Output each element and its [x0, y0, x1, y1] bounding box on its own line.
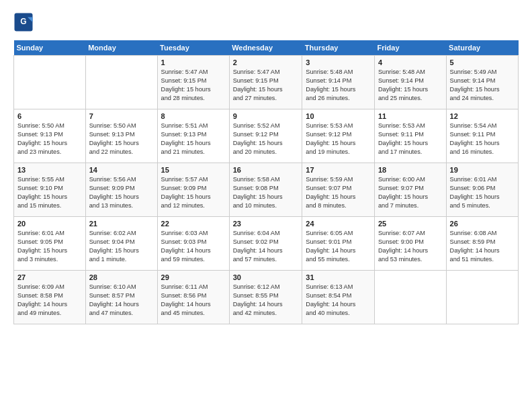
day-number: 17 — [306, 166, 371, 174]
day-number: 13 — [17, 166, 82, 174]
calendar-table: SundayMondayTuesdayWednesdayThursdayFrid… — [13, 40, 519, 324]
calendar-cell: 13Sunrise: 5:55 AM Sunset: 9:10 PM Dayli… — [14, 163, 86, 217]
calendar-cell: 14Sunrise: 5:56 AM Sunset: 9:09 PM Dayli… — [85, 163, 157, 217]
day-number: 22 — [161, 220, 226, 228]
day-info: Sunrise: 6:09 AM Sunset: 8:58 PM Dayligh… — [17, 283, 82, 318]
day-info: Sunrise: 6:01 AM Sunset: 9:06 PM Dayligh… — [450, 175, 515, 210]
calendar-cell: 12Sunrise: 5:54 AM Sunset: 9:11 PM Dayli… — [446, 109, 518, 163]
week-row-2: 6Sunrise: 5:50 AM Sunset: 9:13 PM Daylig… — [14, 109, 519, 163]
day-info: Sunrise: 5:58 AM Sunset: 9:08 PM Dayligh… — [233, 175, 299, 210]
calendar-cell: 24Sunrise: 6:05 AM Sunset: 9:01 PM Dayli… — [302, 217, 375, 271]
day-number: 19 — [450, 166, 515, 174]
day-info: Sunrise: 5:48 AM Sunset: 9:14 PM Dayligh… — [378, 68, 443, 103]
calendar-cell: 25Sunrise: 6:07 AM Sunset: 9:00 PM Dayli… — [374, 217, 446, 271]
day-number: 31 — [306, 273, 371, 281]
day-number: 2 — [233, 58, 299, 66]
day-info: Sunrise: 5:47 AM Sunset: 9:15 PM Dayligh… — [161, 68, 226, 103]
day-number: 10 — [306, 112, 371, 120]
day-info: Sunrise: 6:01 AM Sunset: 9:05 PM Dayligh… — [17, 229, 82, 264]
calendar-cell: 4Sunrise: 5:48 AM Sunset: 9:14 PM Daylig… — [374, 56, 446, 109]
calendar-cell: 11Sunrise: 5:53 AM Sunset: 9:11 PM Dayli… — [374, 109, 446, 163]
header: G — [13, 12, 519, 32]
calendar-cell: 5Sunrise: 5:49 AM Sunset: 9:14 PM Daylig… — [446, 56, 518, 109]
calendar-cell: 19Sunrise: 6:01 AM Sunset: 9:06 PM Dayli… — [446, 163, 518, 217]
day-info: Sunrise: 5:47 AM Sunset: 9:15 PM Dayligh… — [233, 68, 299, 103]
day-info: Sunrise: 5:50 AM Sunset: 9:13 PM Dayligh… — [17, 122, 82, 156]
day-info: Sunrise: 5:52 AM Sunset: 9:12 PM Dayligh… — [233, 122, 299, 156]
calendar-cell: 29Sunrise: 6:11 AM Sunset: 8:56 PM Dayli… — [157, 271, 229, 324]
day-number: 20 — [17, 220, 82, 228]
weekday-header-sunday: Sunday — [14, 40, 86, 56]
weekday-header-thursday: Thursday — [302, 40, 375, 56]
weekday-header-wednesday: Wednesday — [229, 40, 302, 56]
day-number: 27 — [17, 273, 82, 281]
day-number: 9 — [233, 112, 299, 120]
day-info: Sunrise: 6:02 AM Sunset: 9:04 PM Dayligh… — [89, 229, 154, 264]
calendar-cell: 20Sunrise: 6:01 AM Sunset: 9:05 PM Dayli… — [14, 217, 86, 271]
day-number: 26 — [450, 220, 515, 228]
calendar-cell — [446, 271, 518, 324]
calendar-cell: 21Sunrise: 6:02 AM Sunset: 9:04 PM Dayli… — [85, 217, 157, 271]
weekday-header-tuesday: Tuesday — [157, 40, 229, 56]
calendar-cell: 3Sunrise: 5:48 AM Sunset: 9:14 PM Daylig… — [302, 56, 375, 109]
day-number: 5 — [450, 58, 515, 66]
day-number: 14 — [89, 166, 154, 174]
calendar-cell: 22Sunrise: 6:03 AM Sunset: 9:03 PM Dayli… — [157, 217, 229, 271]
day-info: Sunrise: 6:04 AM Sunset: 9:02 PM Dayligh… — [233, 229, 299, 264]
calendar-cell: 2Sunrise: 5:47 AM Sunset: 9:15 PM Daylig… — [229, 56, 302, 109]
day-info: Sunrise: 5:56 AM Sunset: 9:09 PM Dayligh… — [89, 175, 154, 210]
calendar-cell: 26Sunrise: 6:08 AM Sunset: 8:59 PM Dayli… — [446, 217, 518, 271]
day-info: Sunrise: 5:55 AM Sunset: 9:10 PM Dayligh… — [17, 175, 82, 210]
calendar-page: G SundayMondayTuesdayWednesdayThursdayFr… — [0, 0, 532, 411]
calendar-cell: 7Sunrise: 5:50 AM Sunset: 9:13 PM Daylig… — [85, 109, 157, 163]
day-info: Sunrise: 6:10 AM Sunset: 8:57 PM Dayligh… — [89, 283, 154, 318]
weekday-header-monday: Monday — [85, 40, 157, 56]
weekday-header-friday: Friday — [374, 40, 446, 56]
weekday-header-row: SundayMondayTuesdayWednesdayThursdayFrid… — [14, 40, 519, 56]
calendar-cell — [14, 56, 86, 109]
week-row-3: 13Sunrise: 5:55 AM Sunset: 9:10 PM Dayli… — [14, 163, 519, 217]
day-info: Sunrise: 5:54 AM Sunset: 9:11 PM Dayligh… — [450, 122, 515, 156]
day-info: Sunrise: 6:12 AM Sunset: 8:55 PM Dayligh… — [233, 283, 299, 318]
day-info: Sunrise: 6:00 AM Sunset: 9:07 PM Dayligh… — [378, 175, 443, 210]
day-info: Sunrise: 5:53 AM Sunset: 9:11 PM Dayligh… — [378, 122, 443, 156]
day-number: 11 — [378, 112, 443, 120]
weekday-header-saturday: Saturday — [446, 40, 518, 56]
calendar-cell: 1Sunrise: 5:47 AM Sunset: 9:15 PM Daylig… — [157, 56, 229, 109]
day-info: Sunrise: 5:50 AM Sunset: 9:13 PM Dayligh… — [89, 122, 154, 156]
week-row-5: 27Sunrise: 6:09 AM Sunset: 8:58 PM Dayli… — [14, 271, 519, 324]
day-info: Sunrise: 5:49 AM Sunset: 9:14 PM Dayligh… — [450, 68, 515, 103]
day-info: Sunrise: 6:07 AM Sunset: 9:00 PM Dayligh… — [378, 229, 443, 264]
week-row-1: 1Sunrise: 5:47 AM Sunset: 9:15 PM Daylig… — [14, 56, 519, 109]
calendar-cell: 9Sunrise: 5:52 AM Sunset: 9:12 PM Daylig… — [229, 109, 302, 163]
day-info: Sunrise: 5:51 AM Sunset: 9:13 PM Dayligh… — [161, 122, 226, 156]
day-info: Sunrise: 6:03 AM Sunset: 9:03 PM Dayligh… — [161, 229, 226, 264]
calendar-cell: 28Sunrise: 6:10 AM Sunset: 8:57 PM Dayli… — [85, 271, 157, 324]
day-info: Sunrise: 6:11 AM Sunset: 8:56 PM Dayligh… — [161, 283, 226, 318]
day-number: 21 — [89, 220, 154, 228]
day-number: 1 — [161, 58, 226, 66]
calendar-cell: 10Sunrise: 5:53 AM Sunset: 9:12 PM Dayli… — [302, 109, 375, 163]
calendar-cell: 27Sunrise: 6:09 AM Sunset: 8:58 PM Dayli… — [14, 271, 86, 324]
day-number: 15 — [161, 166, 226, 174]
day-info: Sunrise: 5:59 AM Sunset: 9:07 PM Dayligh… — [306, 175, 371, 210]
calendar-cell: 18Sunrise: 6:00 AM Sunset: 9:07 PM Dayli… — [374, 163, 446, 217]
day-info: Sunrise: 5:53 AM Sunset: 9:12 PM Dayligh… — [306, 122, 371, 156]
day-number: 24 — [306, 220, 371, 228]
day-number: 30 — [233, 273, 299, 281]
calendar-cell: 31Sunrise: 6:13 AM Sunset: 8:54 PM Dayli… — [302, 271, 375, 324]
logo: G — [13, 12, 36, 32]
day-number: 23 — [233, 220, 299, 228]
day-info: Sunrise: 5:48 AM Sunset: 9:14 PM Dayligh… — [306, 68, 371, 103]
day-number: 25 — [378, 220, 443, 228]
calendar-cell: 23Sunrise: 6:04 AM Sunset: 9:02 PM Dayli… — [229, 217, 302, 271]
day-info: Sunrise: 5:57 AM Sunset: 9:09 PM Dayligh… — [161, 175, 226, 210]
day-number: 7 — [89, 112, 154, 120]
day-number: 6 — [17, 112, 82, 120]
calendar-cell — [374, 271, 446, 324]
day-number: 12 — [450, 112, 515, 120]
calendar-cell: 15Sunrise: 5:57 AM Sunset: 9:09 PM Dayli… — [157, 163, 229, 217]
day-info: Sunrise: 6:13 AM Sunset: 8:54 PM Dayligh… — [306, 283, 371, 318]
day-number: 29 — [161, 273, 226, 281]
calendar-cell: 6Sunrise: 5:50 AM Sunset: 9:13 PM Daylig… — [14, 109, 86, 163]
